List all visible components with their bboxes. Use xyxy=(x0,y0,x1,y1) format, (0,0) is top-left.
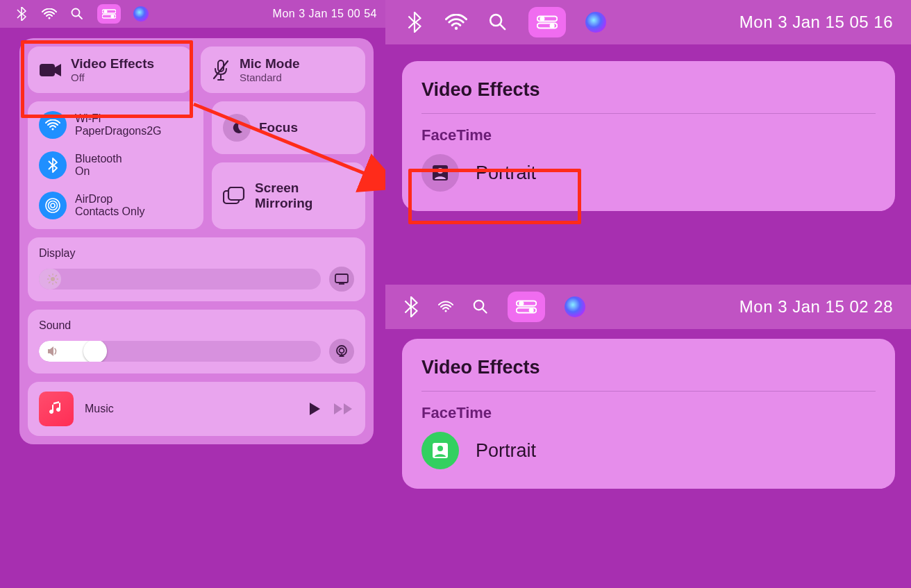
search-icon[interactable] xyxy=(487,11,509,33)
menu-bar: Mon 3 Jan 15 02 28 xyxy=(385,285,911,329)
focus-tile[interactable]: Focus xyxy=(212,101,365,154)
svg-point-43 xyxy=(519,301,524,305)
wifi-button[interactable]: Wi-Fi PaperDragons2G xyxy=(39,111,192,139)
connectivity-tile: Wi-Fi PaperDragons2G Bluetooth On xyxy=(28,101,203,229)
airplay-audio-button[interactable] xyxy=(329,339,354,364)
control-center-icon[interactable] xyxy=(508,292,545,322)
svg-point-11 xyxy=(51,203,55,208)
mic-muted-icon xyxy=(212,60,231,81)
menu-bar-clock[interactable]: Mon 3 Jan 15 02 28 xyxy=(739,297,893,317)
svg-rect-15 xyxy=(228,187,244,200)
video-icon xyxy=(39,61,62,79)
screen-mirroring-tile[interactable]: Screen Mirroring xyxy=(212,162,365,229)
mic-mode-tile[interactable]: Mic Mode Standard xyxy=(201,47,365,93)
bluetooth-button[interactable]: Bluetooth On xyxy=(39,151,192,179)
bluetooth-icon[interactable] xyxy=(14,6,29,22)
svg-line-2 xyxy=(79,16,83,19)
svg-line-23 xyxy=(49,282,51,283)
search-icon[interactable] xyxy=(473,299,488,314)
svg-line-21 xyxy=(49,276,51,277)
menu-bar-clock[interactable]: Mon 3 Jan 15 05 16 xyxy=(739,12,893,32)
svg-point-6 xyxy=(111,15,115,18)
menu-bar-clock[interactable]: Mon 3 Jan 15 00 54 xyxy=(273,8,377,20)
portrait-toggle[interactable]: Portrait xyxy=(421,154,876,192)
wifi-icon[interactable] xyxy=(445,11,467,33)
bluetooth-icon[interactable] xyxy=(403,11,426,33)
brightness-icon xyxy=(47,274,58,285)
svg-point-30 xyxy=(455,27,458,30)
svg-point-1 xyxy=(72,9,80,17)
svg-line-41 xyxy=(483,309,487,313)
svg-point-40 xyxy=(474,301,483,310)
wifi-icon[interactable] xyxy=(42,6,57,22)
svg-point-36 xyxy=(550,23,555,28)
siri-icon[interactable] xyxy=(565,296,585,317)
bluetooth-label: Bluetooth xyxy=(75,153,122,165)
search-icon[interactable] xyxy=(69,6,85,22)
svg-rect-25 xyxy=(335,274,348,283)
svg-point-4 xyxy=(104,10,108,13)
svg-point-28 xyxy=(340,348,344,353)
svg-point-47 xyxy=(437,446,443,451)
sound-tile: Sound xyxy=(28,310,365,373)
wifi-icon[interactable] xyxy=(438,299,453,314)
control-center-screenshot: Mon 3 Jan 15 00 54 Video Effects Off Mic… xyxy=(0,0,385,588)
video-effects-panel: Video Effects FaceTime Portrait xyxy=(402,61,895,211)
menu-bar: Mon 3 Jan 15 05 16 xyxy=(385,0,911,44)
tile-title: Mic Mode xyxy=(240,56,300,72)
control-center-icon[interactable] xyxy=(528,7,566,37)
svg-point-38 xyxy=(437,168,443,174)
speaker-icon xyxy=(47,346,60,357)
panel-title: Video Effects xyxy=(421,79,876,101)
display-options-button[interactable] xyxy=(329,267,354,292)
svg-point-39 xyxy=(445,310,447,312)
video-effects-panel: Video Effects FaceTime Portrait xyxy=(402,339,895,489)
svg-point-45 xyxy=(529,308,534,312)
play-button[interactable] xyxy=(307,401,322,417)
wifi-label: Wi-Fi xyxy=(75,112,162,125)
music-label: Music xyxy=(85,403,296,415)
video-effects-tile[interactable]: Video Effects Off xyxy=(28,47,192,93)
panel-app-label: FaceTime xyxy=(421,404,876,422)
svg-point-31 xyxy=(490,15,501,26)
portrait-toggle[interactable]: Portrait xyxy=(421,432,876,469)
airdrop-button[interactable]: AirDrop Contacts Only xyxy=(39,192,192,219)
screen-mirroring-icon xyxy=(223,187,246,205)
volume-slider[interactable] xyxy=(39,341,321,362)
svg-point-12 xyxy=(49,201,58,210)
portrait-label: Portrait xyxy=(476,162,536,184)
forward-button[interactable] xyxy=(333,402,354,416)
siri-icon[interactable] xyxy=(585,12,606,33)
focus-label: Focus xyxy=(259,120,298,135)
screen-mirroring-label2: Mirroring xyxy=(255,196,312,211)
menu-bar: Mon 3 Jan 15 00 54 xyxy=(0,0,385,28)
airdrop-status: Contacts Only xyxy=(75,205,144,218)
music-tile[interactable]: Music xyxy=(28,382,365,436)
bluetooth-icon xyxy=(39,151,67,179)
control-center-icon[interactable] xyxy=(97,4,121,24)
airdrop-icon xyxy=(39,192,67,219)
divider xyxy=(421,113,876,114)
display-tile: Display xyxy=(28,237,365,301)
panel-app-label: FaceTime xyxy=(421,126,876,144)
wifi-network: PaperDragons2G xyxy=(75,125,162,137)
svg-point-10 xyxy=(52,128,54,131)
display-label: Display xyxy=(39,247,75,259)
control-center-panel: Video Effects Off Mic Mode Standard xyxy=(19,38,374,444)
tile-title: Video Effects xyxy=(71,56,154,72)
sound-label: Sound xyxy=(39,319,71,331)
panel-title: Video Effects xyxy=(421,357,876,378)
siri-icon[interactable] xyxy=(133,6,149,22)
music-app-icon xyxy=(39,392,74,426)
svg-point-34 xyxy=(540,16,544,21)
svg-line-32 xyxy=(501,25,505,30)
bluetooth-icon[interactable] xyxy=(403,299,419,314)
video-effects-screenshots: Mon 3 Jan 15 05 16 Video Effects FaceTim… xyxy=(385,0,911,588)
divider xyxy=(421,391,876,392)
svg-point-16 xyxy=(51,277,55,281)
airdrop-label: AirDrop xyxy=(75,193,144,205)
moon-icon xyxy=(223,114,251,142)
svg-rect-7 xyxy=(40,64,55,76)
brightness-slider[interactable] xyxy=(39,269,321,289)
tile-sub: Standard xyxy=(240,72,300,83)
